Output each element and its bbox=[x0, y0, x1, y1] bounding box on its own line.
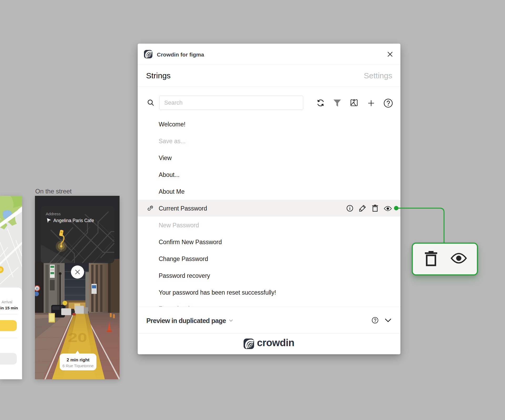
svg-text:in 15 min: in 15 min bbox=[0, 306, 18, 310]
svg-text:6 Rue Tiquetonne: 6 Rue Tiquetonne bbox=[63, 363, 94, 368]
svg-text:Address: Address bbox=[46, 212, 61, 216]
svg-text:20: 20 bbox=[68, 331, 87, 345]
svg-text:Angelina Paris Cafe: Angelina Paris Cafe bbox=[53, 218, 94, 223]
svg-text:30: 30 bbox=[35, 287, 39, 290]
svg-text:2 min right: 2 min right bbox=[67, 357, 90, 362]
svg-text:Arrival: Arrival bbox=[2, 300, 12, 304]
